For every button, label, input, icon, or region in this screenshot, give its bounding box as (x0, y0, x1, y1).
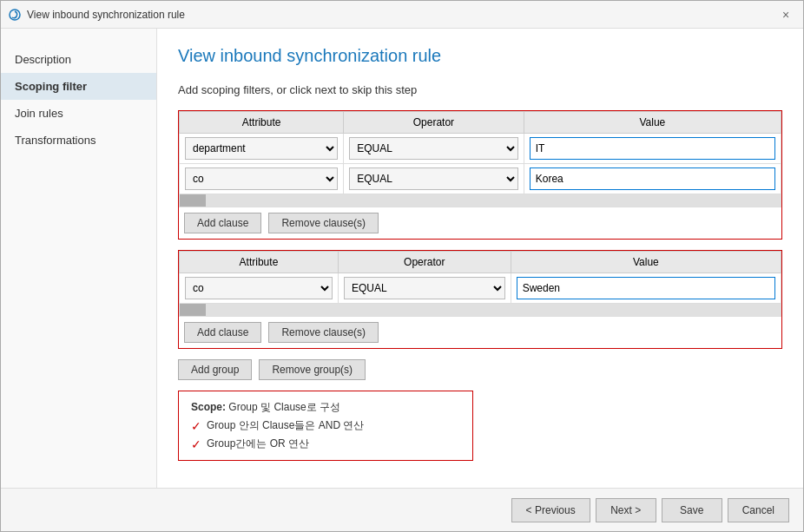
table-row: department co cn displayName EQUAL (180, 134, 781, 164)
title-bar-left: View inbound synchronization rule (8, 8, 185, 22)
title-bar: View inbound synchronization rule × (1, 1, 803, 29)
attribute-cell-1-1[interactable]: department co cn displayName (180, 134, 344, 164)
close-button[interactable]: × (775, 4, 796, 25)
remove-group-button[interactable]: Remove group(s) (259, 359, 366, 380)
add-group-button[interactable]: Add group (178, 359, 252, 380)
previous-button[interactable]: < Previous (511, 498, 590, 522)
scrollbar-area-2 (180, 304, 781, 317)
note-scope-text: Group 및 Clause로 구성 (228, 401, 340, 413)
col-attribute-1: Attribute (180, 112, 344, 134)
note-item-2-text: Group간에는 OR 연산 (207, 437, 309, 451)
note-item-1-text: Group 안의 Clause들은 AND 연산 (207, 418, 364, 433)
scrollbar-row-1 (180, 194, 781, 207)
col-operator-1: Operator (344, 112, 524, 134)
remove-clause-1-button[interactable]: Remove clause(s) (268, 213, 379, 233)
group2-btn-row: Add clause Remove clause(s) (179, 317, 781, 348)
checkmark-icon-1: ✓ (191, 419, 201, 433)
value-input-1-2[interactable] (530, 167, 775, 190)
col-attribute-2: Attribute (180, 252, 339, 273)
next-button[interactable]: Next > (596, 498, 656, 522)
operator-select-2-1[interactable]: EQUAL NOT EQUAL (344, 277, 505, 299)
group-actions: Add group Remove group(s) (178, 359, 782, 380)
window-title: View inbound synchronization rule (27, 9, 185, 21)
filter-container: Attribute Operator Value department (178, 110, 782, 470)
filter-table-1: Attribute Operator Value department (179, 111, 781, 207)
value-cell-1-2[interactable] (524, 164, 781, 194)
sync-icon (8, 8, 22, 22)
table-row: department co cn EQUAL NOT EQUAL (180, 273, 781, 304)
footer: < Previous Next > Save Cancel (1, 488, 803, 531)
main-window: View inbound synchronization rule × Desc… (0, 0, 804, 532)
sidebar-item-join-rules[interactable]: Join rules (1, 100, 156, 127)
note-scope-line: Scope: Group 및 Clause로 구성 (191, 400, 460, 415)
value-cell-2-1[interactable] (511, 273, 781, 304)
page-title: View inbound synchronization rule (178, 46, 782, 66)
section-instruction: Add scoping filters, or click next to sk… (178, 83, 782, 96)
sidebar: Description Scoping filter Join rules Tr… (1, 29, 157, 488)
attribute-cell-1-2[interactable]: department co cn (180, 164, 344, 194)
col-operator-2: Operator (338, 252, 511, 273)
filter-group-2: Attribute Operator Value department (178, 250, 782, 349)
attribute-select-1-1[interactable]: department co cn displayName (185, 137, 338, 160)
filter-group-1: Attribute Operator Value department (178, 110, 782, 240)
add-clause-1-button[interactable]: Add clause (184, 213, 261, 233)
operator-select-1-2[interactable]: EQUAL NOT EQUAL (349, 167, 518, 190)
attribute-select-1-2[interactable]: department co cn (185, 167, 338, 190)
scrollbar-area-1 (180, 194, 781, 207)
value-input-1-1[interactable] (530, 137, 775, 160)
col-value-1: Value (524, 112, 781, 134)
scrollbar-row-2 (180, 304, 781, 317)
checkmark-icon-2: ✓ (191, 437, 201, 451)
note-item-1: ✓ Group 안의 Clause들은 AND 연산 (191, 418, 460, 433)
col-value-2: Value (511, 252, 781, 273)
remove-clause-2-button[interactable]: Remove clause(s) (268, 322, 379, 343)
main-content: View inbound synchronization rule Add sc… (157, 29, 803, 488)
operator-cell-1-2[interactable]: EQUAL NOT EQUAL (344, 164, 524, 194)
cancel-button[interactable]: Cancel (728, 498, 789, 522)
operator-select-1-1[interactable]: EQUAL NOT EQUAL STARTS WITH (349, 137, 518, 160)
scrollbar-inner-2 (180, 304, 781, 316)
note-box: Scope: Group 및 Clause로 구성 ✓ Group 안의 Cla… (178, 391, 473, 461)
note-item-2: ✓ Group간에는 OR 연산 (191, 437, 460, 451)
content-area: Description Scoping filter Join rules Tr… (1, 29, 803, 488)
group1-btn-row: Add clause Remove clause(s) (179, 207, 781, 239)
operator-cell-1-1[interactable]: EQUAL NOT EQUAL STARTS WITH (344, 134, 524, 164)
attribute-cell-2-1[interactable]: department co cn (180, 273, 339, 304)
value-cell-1-1[interactable] (524, 134, 781, 164)
attribute-select-2-1[interactable]: department co cn (185, 277, 333, 299)
filter-table-2: Attribute Operator Value department (179, 251, 781, 317)
scrollbar-inner-1 (180, 194, 781, 207)
sidebar-item-transformations[interactable]: Transformations (1, 127, 156, 154)
note-scope-label: Scope: (191, 401, 226, 413)
sidebar-item-scoping-filter[interactable]: Scoping filter (1, 73, 156, 100)
value-input-2-1[interactable] (517, 277, 775, 299)
add-clause-2-button[interactable]: Add clause (184, 322, 261, 343)
operator-cell-2-1[interactable]: EQUAL NOT EQUAL (338, 273, 511, 304)
table-row: department co cn EQUAL NOT EQUAL (180, 164, 781, 194)
sidebar-item-description[interactable]: Description (1, 46, 156, 73)
save-button[interactable]: Save (662, 498, 722, 522)
